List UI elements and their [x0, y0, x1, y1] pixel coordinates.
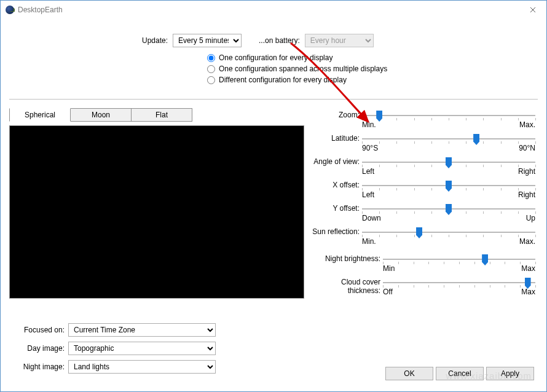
xoff-slider-group: LeftRight: [362, 179, 535, 199]
update-row: Update: Every 5 minutes ...on battery: E…: [142, 34, 532, 47]
preview-frame: [9, 125, 304, 299]
lat-slider[interactable]: [362, 133, 535, 145]
close-icon: [530, 7, 536, 13]
settings-window: DesktopEarth Update: Every 5 minutes ...…: [0, 0, 547, 392]
yoff-label: Y offset:: [308, 203, 360, 213]
ok-button[interactable]: OK: [385, 367, 433, 380]
day-image-row: Day image: Topographic: [9, 339, 304, 358]
lat-max-label: 90°N: [519, 144, 535, 152]
update-label: Update:: [142, 36, 168, 45]
nightb-label: Night brightness:: [308, 253, 380, 263]
yoff-slider-group: DownUp: [362, 203, 535, 222]
xoff-slider[interactable]: [362, 179, 535, 192]
tab-bar: Spherical Moon Flat: [9, 108, 304, 122]
divider: [9, 99, 538, 100]
focused-on-row: Focused on: Current Time Zone: [9, 321, 304, 339]
xoff-min-label: Left: [362, 190, 374, 199]
watermark: www.xiazaiba.com: [446, 370, 532, 381]
radio-spanned[interactable]: One configuration spanned across multipl…: [207, 63, 532, 74]
yoff-min-label: Down: [362, 214, 381, 222]
zoom-row: Zoom:Min.Max.: [308, 109, 535, 129]
day-image-select[interactable]: Topographic: [68, 342, 216, 355]
cloud-row: Cloud cover thickness:OffMax: [308, 276, 535, 296]
content-area: Update: Every 5 minutes ...on battery: E…: [9, 25, 538, 383]
tab-flat[interactable]: Flat: [131, 108, 192, 122]
sunref-slider-group: Min.Max.: [362, 226, 535, 246]
aov-slider[interactable]: [362, 156, 535, 168]
xoff-max-label: Right: [518, 190, 535, 199]
lat-slider-group: 90°S90°N: [362, 133, 535, 152]
sunref-max-label: Max.: [519, 237, 535, 246]
aov-label: Angle of view:: [308, 156, 360, 166]
right-column: Zoom:Min.Max.Latitude:90°S90°NAngle of v…: [308, 108, 538, 376]
battery-interval-select[interactable]: Every hour: [305, 34, 374, 47]
cloud-max-label: Max: [521, 288, 535, 296]
tab-moon[interactable]: Moon: [70, 108, 132, 122]
sunref-min-label: Min.: [362, 237, 376, 246]
preview-image: [10, 126, 304, 298]
spherical-sliders: Zoom:Min.Max.Latitude:90°S90°NAngle of v…: [308, 109, 535, 246]
nightb-max-label: Max: [521, 264, 535, 273]
radio-spanned-input[interactable]: [207, 65, 215, 73]
radio-one-per-display[interactable]: One configuration for every display: [207, 52, 532, 63]
xoff-label: X offset:: [308, 179, 360, 189]
sunref-row: Sun reflection:Min.Max.: [308, 226, 535, 246]
sunref-slider[interactable]: [362, 226, 535, 238]
cloud-slider[interactable]: [383, 276, 535, 289]
window-title: DesktopEarth: [18, 6, 524, 14]
radio-spanned-label: One configuration spanned across multipl…: [219, 65, 387, 73]
lat-label: Latitude:: [308, 133, 360, 143]
night-image-row: Night image: Land lights: [9, 358, 304, 376]
close-button[interactable]: [519, 1, 546, 19]
lat-row: Latitude:90°S90°N: [308, 133, 535, 152]
zoom-label: Zoom:: [308, 109, 360, 119]
nightb-min-label: Min: [383, 264, 395, 273]
aov-max-label: Right: [518, 167, 535, 176]
nightb-slider[interactable]: [383, 253, 535, 265]
top-section: Update: Every 5 minutes ...on battery: E…: [9, 34, 538, 92]
cloud-slider-group: OffMax: [383, 276, 535, 296]
aov-min-label: Left: [362, 167, 374, 176]
left-column: Spherical Moon Flat Focused on: Current …: [9, 108, 304, 376]
image-options: Focused on: Current Time Zone Day image:…: [9, 321, 304, 376]
battery-label: ...on battery:: [259, 36, 300, 45]
cloud-min-label: Off: [383, 288, 393, 296]
nightb-row: Night brightness:MinMax: [308, 253, 535, 273]
zoom-max-label: Max.: [519, 120, 535, 129]
zoom-slider[interactable]: [362, 109, 535, 122]
aov-row: Angle of view:LeftRight: [308, 156, 535, 176]
cloud-label: Cloud cover thickness:: [308, 276, 380, 295]
day-image-label: Day image:: [9, 344, 68, 353]
radio-one-per-display-input[interactable]: [207, 54, 215, 62]
app-icon: [6, 6, 14, 14]
yoff-slider[interactable]: [362, 203, 535, 215]
zoom-slider-group: Min.Max.: [362, 109, 535, 129]
body-row: Spherical Moon Flat Focused on: Current …: [9, 108, 538, 376]
yoff-max-label: Up: [526, 214, 535, 222]
radio-different-label: Different configuration for every displa…: [219, 76, 347, 84]
zoom-min-label: Min.: [362, 120, 376, 129]
focused-on-select[interactable]: Current Time Zone: [68, 323, 216, 337]
sunref-label: Sun reflection:: [308, 226, 360, 236]
nightb-slider-group: MinMax: [383, 253, 535, 273]
display-config-group: One configuration for every display One …: [207, 52, 532, 85]
radio-different[interactable]: Different configuration for every displa…: [207, 74, 532, 85]
night-image-label: Night image:: [9, 363, 68, 371]
focused-on-label: Focused on:: [9, 326, 68, 334]
aov-slider-group: LeftRight: [362, 156, 535, 176]
lat-min-label: 90°S: [362, 144, 378, 152]
night-image-select[interactable]: Land lights: [68, 360, 216, 374]
tab-spherical[interactable]: Spherical: [9, 108, 71, 122]
titlebar: DesktopEarth: [1, 1, 546, 19]
radio-different-input[interactable]: [207, 76, 215, 84]
radio-one-per-display-label: One configuration for every display: [219, 53, 333, 62]
xoff-row: X offset:LeftRight: [308, 179, 535, 199]
yoff-row: Y offset:DownUp: [308, 203, 535, 222]
image-sliders: Night brightness:MinMaxCloud cover thick…: [308, 253, 535, 296]
update-interval-select[interactable]: Every 5 minutes: [173, 34, 242, 47]
